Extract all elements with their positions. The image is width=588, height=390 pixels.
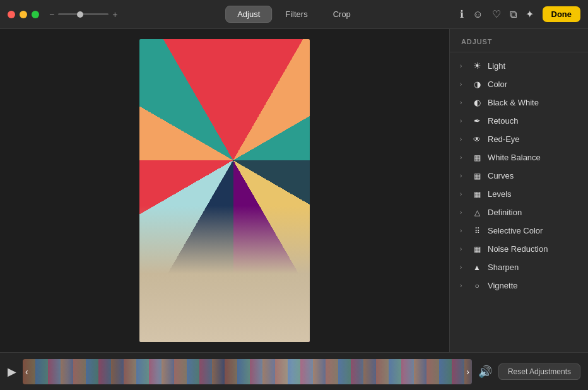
vignette-icon: ○ (471, 281, 483, 290)
adjust-panel: ADJUST › ☀ Light › ◑ Color › ◐ Black & W… (449, 29, 588, 352)
photo-ground (139, 206, 310, 342)
adjust-item-retouch[interactable]: › ✒ Retouch (450, 112, 588, 130)
tab-filters[interactable]: Filters (273, 6, 319, 23)
minimize-button[interactable] (20, 11, 27, 18)
play-button[interactable]: ▶ (8, 365, 16, 379)
color-icon: ◑ (471, 80, 483, 89)
chevron-icon: › (460, 227, 466, 234)
slider-thumb (77, 11, 83, 18)
adjust-label: Black & White (488, 98, 578, 107)
traffic-lights (8, 11, 39, 18)
redeye-icon: 👁 (471, 135, 483, 144)
tab-adjust[interactable]: Adjust (225, 6, 272, 23)
levels-icon: ▦ (471, 190, 483, 199)
chevron-icon: › (460, 99, 466, 106)
chevron-icon: › (460, 191, 466, 198)
chevron-icon: › (460, 136, 466, 143)
adjust-item-levels[interactable]: › ▦ Levels (450, 185, 588, 203)
slider-track[interactable] (58, 13, 109, 15)
adjust-item-redeye[interactable]: › 👁 Red-Eye (450, 130, 588, 148)
main-content: ADJUST › ☀ Light › ◑ Color › ◐ Black & W… (0, 29, 588, 352)
adjust-item-curves[interactable]: › ▦ Curves (450, 167, 588, 185)
magic-button[interactable]: ✦ (526, 8, 534, 20)
chevron-icon: › (460, 154, 466, 161)
volume-button[interactable]: 🔊 (478, 365, 492, 379)
filmstrip-frames (23, 359, 472, 384)
noisereduction-icon: ▦ (471, 245, 483, 254)
adjust-item-selectivecolor[interactable]: › ⠿ Selective Color (450, 222, 588, 240)
close-button[interactable] (8, 11, 15, 18)
adjust-label: Noise Reduction (488, 244, 578, 254)
retouch-icon: ✒ (471, 116, 483, 126)
adjust-label: Levels (488, 189, 578, 199)
duplicate-button[interactable]: ⧉ (510, 9, 517, 20)
emoji-button[interactable]: ☺ (473, 9, 483, 20)
tab-group: Adjust Filters Crop (225, 6, 363, 23)
filmstrip-right-arrow: › (466, 367, 469, 377)
chevron-icon: › (460, 117, 466, 124)
chevron-icon: › (460, 62, 466, 69)
chevron-icon: › (460, 172, 466, 179)
definition-icon: △ (471, 208, 483, 217)
bottom-bar: ▶ ‹ › 🔊 Reset Adjustments (0, 352, 588, 390)
chevron-icon: › (460, 282, 466, 289)
adjust-item-bw[interactable]: › ◐ Black & White (450, 93, 588, 112)
adjust-label: Red-Eye (488, 134, 578, 144)
adjust-item-whitebalance[interactable]: › ▦ White Balance (450, 148, 588, 167)
curves-icon: ▦ (471, 172, 483, 180)
zoom-minus-icon: − (49, 9, 54, 20)
titlebar: − + Adjust Filters Crop ℹ ☺ ♡ ⧉ ✦ Done (0, 0, 588, 29)
chevron-icon: › (460, 264, 466, 271)
filmstrip-left-arrow: ‹ (25, 367, 28, 377)
adjust-item-sharpen[interactable]: › ▲ Sharpen (450, 258, 588, 276)
selectivecolor-icon: ⠿ (471, 227, 483, 235)
right-controls: ℹ ☺ ♡ ⧉ ✦ Done (460, 6, 580, 22)
adjust-label: White Balance (488, 153, 578, 162)
filmstrip[interactable]: ‹ › (23, 359, 472, 384)
adjust-label: Curves (488, 171, 578, 180)
heart-button[interactable]: ♡ (492, 8, 501, 20)
adjust-label: Retouch (488, 116, 578, 126)
zoom-slider[interactable]: − + (49, 9, 117, 20)
whitebalance-icon: ▦ (471, 153, 483, 162)
chevron-icon: › (460, 209, 466, 216)
reset-adjustments-button[interactable]: Reset Adjustments (498, 363, 580, 380)
light-icon: ☀ (471, 61, 483, 71)
chevron-icon: › (460, 81, 466, 88)
photo-area (0, 29, 449, 352)
chevron-icon: › (460, 245, 466, 252)
adjust-label: Color (488, 80, 578, 89)
photo-container (139, 39, 310, 342)
adjust-label: Sharpen (488, 263, 578, 272)
info-button[interactable]: ℹ (460, 8, 464, 20)
adjust-list: › ☀ Light › ◑ Color › ◐ Black & White › … (450, 52, 588, 298)
adjust-label: Vignette (488, 281, 578, 290)
adjust-label: Light (488, 61, 578, 71)
adjust-item-color[interactable]: › ◑ Color (450, 75, 588, 93)
sharpen-icon: ▲ (471, 263, 483, 272)
adjust-item-definition[interactable]: › △ Definition (450, 203, 588, 222)
adjust-item-noisereduction[interactable]: › ▦ Noise Reduction (450, 240, 588, 258)
adjust-item-vignette[interactable]: › ○ Vignette (450, 276, 588, 295)
zoom-plus-icon: + (112, 9, 117, 20)
adjust-label: Selective Color (488, 226, 578, 235)
adjust-item-light[interactable]: › ☀ Light (450, 56, 588, 75)
done-button[interactable]: Done (543, 6, 581, 22)
adjust-label: Definition (488, 208, 578, 217)
bw-icon: ◐ (471, 98, 483, 107)
panel-title: ADJUST (450, 29, 588, 52)
photo-image (139, 39, 310, 342)
tab-crop[interactable]: Crop (321, 6, 363, 23)
maximize-button[interactable] (32, 11, 39, 18)
